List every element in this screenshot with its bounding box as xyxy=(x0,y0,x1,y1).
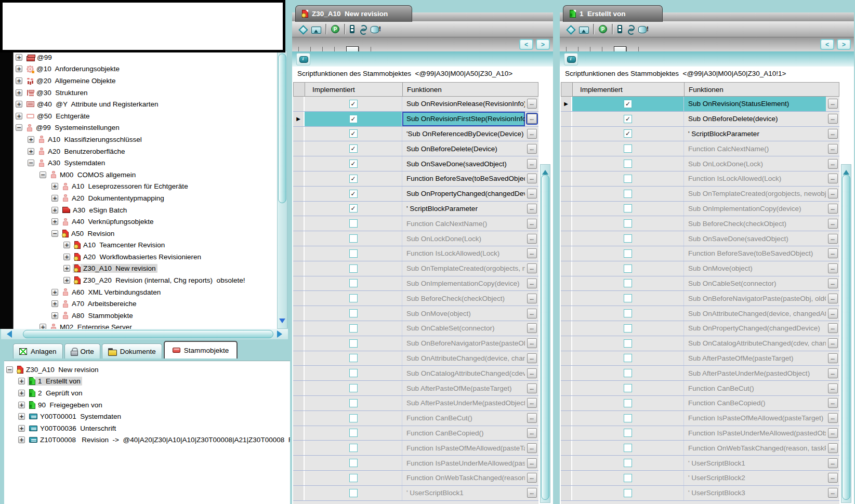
implemented-cell[interactable]: ✓ xyxy=(305,156,402,171)
open-script-button[interactable]: ... xyxy=(828,278,838,288)
row-selector[interactable]: ▶ xyxy=(561,471,572,485)
implemented-checkbox[interactable]: ✓ xyxy=(624,160,632,168)
open-script-button[interactable]: ... xyxy=(828,368,838,378)
tree-item[interactable]: − A30 Systemdaten xyxy=(14,157,277,169)
implemented-checkbox[interactable]: ✓ xyxy=(624,384,632,392)
row-selector[interactable]: ▶ xyxy=(561,366,572,380)
open-script-button[interactable]: ... xyxy=(527,263,537,273)
script-function-row[interactable]: ▶ ✓ Sub OnCableSet(connector) ... xyxy=(561,276,839,291)
function-cell[interactable]: Sub OnBeforeNavigatorPaste(pasteObj, old… xyxy=(684,291,826,306)
script-function-row[interactable]: ▶ ✓ Function BeforeSave(toBeSavedObject)… xyxy=(561,246,839,261)
script-function-row[interactable]: ▶ ✓ Sub AfterPasteUnderMe(pastedObject) … xyxy=(561,366,839,381)
function-cell[interactable]: Sub OnRevisionFirstStep(RevisionInfo) xyxy=(402,112,525,126)
function-cell[interactable]: Function CanBeCut() xyxy=(402,411,525,426)
open-script-button[interactable]: ... xyxy=(828,248,838,258)
function-cell[interactable]: Function CalcNextName() xyxy=(684,141,826,156)
implemented-checkbox[interactable]: ✓ xyxy=(349,459,358,467)
implemented-cell[interactable]: ✓ xyxy=(305,202,402,216)
expander-icon[interactable]: + xyxy=(16,77,22,84)
open-script-button[interactable]: ... xyxy=(828,294,838,303)
implemented-cell[interactable]: ✓ xyxy=(305,486,402,500)
function-cell[interactable]: Sub OnRevisionRelease(RevisionInfo) xyxy=(402,97,525,111)
row-selector[interactable]: ▶ xyxy=(561,171,572,186)
implemented-cell[interactable]: ✓ xyxy=(305,306,402,321)
tree-item[interactable]: + @99 xyxy=(14,51,277,63)
open-script-button[interactable]: ... xyxy=(828,353,838,363)
implemented-checkbox[interactable]: ✓ xyxy=(624,190,632,198)
row-selector[interactable]: ▶ xyxy=(293,411,305,426)
implemented-checkbox[interactable]: ✓ xyxy=(624,324,632,333)
implemented-cell[interactable]: ✓ xyxy=(572,306,684,321)
tree-item[interactable]: + A10 Klassifizierungsschlüssel xyxy=(14,134,277,145)
row-selector[interactable]: ▶ xyxy=(293,396,305,410)
implemented-checkbox[interactable]: ✓ xyxy=(349,219,358,228)
open-script-button[interactable]: ... xyxy=(828,174,838,183)
script-function-row[interactable]: ▶ ✓ ' UserScriptBlock1 ... xyxy=(561,456,839,471)
row-selector[interactable]: ▶ xyxy=(561,336,572,351)
levels-icon[interactable] xyxy=(617,25,622,33)
open-script-button[interactable]: ... xyxy=(828,114,838,124)
function-cell[interactable]: Function OnWebTaskChanged(reason, taskPr… xyxy=(684,441,826,455)
open-script-button[interactable]: ... xyxy=(527,204,537,214)
expander-icon[interactable]: − xyxy=(51,230,58,237)
implemented-checkbox[interactable]: ✓ xyxy=(624,414,632,422)
row-selector[interactable]: ▶ xyxy=(561,216,572,231)
row-selector[interactable]: ▶ xyxy=(293,261,305,276)
implemented-checkbox[interactable]: ✓ xyxy=(624,429,632,437)
row-selector[interactable]: ▶ xyxy=(293,112,305,126)
script-function-row[interactable]: ▶ ✓ Function IsPasteOfMeAllowed(pasteTar… xyxy=(561,411,839,426)
implemented-cell[interactable]: ✓ xyxy=(572,246,684,261)
open-script-button[interactable]: ... xyxy=(527,129,537,139)
expander-icon[interactable]: + xyxy=(63,254,70,260)
script-function-row[interactable]: ▶ ✓ Sub OnAttributeChanged(device, chang… xyxy=(561,306,839,321)
panel-tab[interactable] xyxy=(578,47,590,51)
tree-item[interactable]: + A10 Teamcenter Revision xyxy=(14,240,277,251)
script-function-row[interactable]: ▶ ✓ Sub OnCableSet(connector) ... xyxy=(293,321,538,336)
script-function-row[interactable]: ▶ ✓ ' UserScriptBlock3 ... xyxy=(561,486,839,501)
function-cell[interactable]: Sub AfterPasteUnderMe(pastedObject) xyxy=(684,366,826,380)
script-info-button[interactable] xyxy=(564,53,578,65)
function-cell[interactable]: Sub OnRevision(StatusElement) xyxy=(684,97,826,111)
implemented-cell[interactable]: ✓ xyxy=(572,187,684,201)
script-function-row[interactable]: ▶ ✓ 'Sub OnReferencedByDevice(Device) ..… xyxy=(293,127,538,142)
open-script-button[interactable]: ... xyxy=(527,159,537,169)
implemented-checkbox[interactable]: ✓ xyxy=(624,219,632,228)
row-selector[interactable]: ▶ xyxy=(293,216,305,231)
implemented-checkbox[interactable]: ✓ xyxy=(349,204,358,213)
scrollbar-thumb[interactable] xyxy=(23,330,273,338)
function-cell[interactable]: Function IsPasteOfMeAllowed(pasteTarget) xyxy=(684,411,826,426)
row-selector[interactable]: ▶ xyxy=(561,202,572,216)
row-selector[interactable]: ▶ xyxy=(561,441,572,455)
script-function-row[interactable]: ▶ ✓ Sub OnBeforeNavigatorPaste(pasteObj,… xyxy=(293,336,538,351)
compass-icon[interactable] xyxy=(566,25,574,33)
implemented-checkbox[interactable]: ✓ xyxy=(624,144,632,153)
open-script-button[interactable]: ... xyxy=(828,488,838,498)
implemented-cell[interactable]: ✓ xyxy=(572,321,684,336)
implemented-checkbox[interactable]: ✓ xyxy=(624,354,632,362)
panel-tab[interactable] xyxy=(346,46,359,51)
header-funktionen[interactable]: Funktionen xyxy=(403,83,538,96)
header-implementiert[interactable]: Implementiert xyxy=(305,83,403,96)
implemented-checkbox[interactable]: ✓ xyxy=(624,100,632,108)
implemented-checkbox[interactable]: ✓ xyxy=(349,309,358,317)
function-cell[interactable]: Function CanBeCut() xyxy=(684,381,826,395)
folder-up-icon[interactable] xyxy=(311,25,321,33)
panel-tab[interactable] xyxy=(590,47,602,51)
expander-icon[interactable]: − xyxy=(16,124,22,131)
implemented-checkbox[interactable]: ✓ xyxy=(624,444,632,452)
implemented-cell[interactable]: ✓ xyxy=(305,471,402,485)
open-script-button[interactable]: ... xyxy=(828,383,838,393)
expander-icon[interactable]: + xyxy=(63,277,70,284)
implemented-checkbox[interactable]: ✓ xyxy=(624,175,632,183)
implemented-cell[interactable]: ✓ xyxy=(305,351,402,366)
function-cell[interactable]: Sub OnSaveDone(savedObject) xyxy=(684,231,826,246)
tree-item[interactable]: + A20 Workflowbasiertes Revisionieren xyxy=(14,251,277,263)
implemented-checkbox[interactable]: ✓ xyxy=(624,129,632,138)
open-script-button[interactable]: ... xyxy=(828,263,838,273)
function-cell[interactable]: Function IsLockAllowed(Lock) xyxy=(402,246,525,261)
row-selector[interactable]: ▶ xyxy=(561,141,572,156)
implemented-cell[interactable]: ✓ xyxy=(305,231,402,246)
implemented-cell[interactable]: ✓ xyxy=(572,351,684,366)
script-function-row[interactable]: ▶ ✓ Sub OnLockDone(Lock) ... xyxy=(561,156,839,171)
panel-tab[interactable] xyxy=(614,46,626,51)
